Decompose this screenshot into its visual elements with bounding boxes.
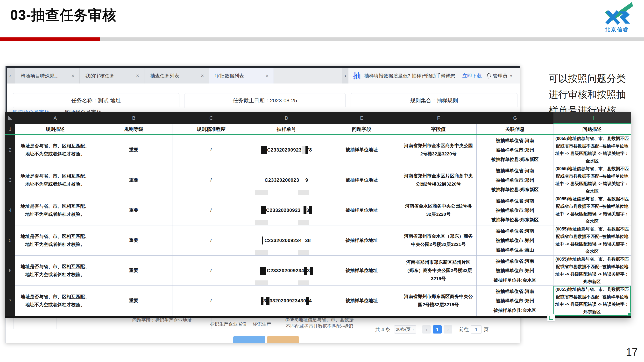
- column-letter-g[interactable]: G: [477, 112, 554, 124]
- cell-field-value[interactable]: 河南省郑州市郑东新区商务中央公园2号楼32层3215号: [400, 286, 477, 316]
- reject-button-partial[interactable]: [267, 336, 299, 343]
- cell-rule-precision[interactable]: /: [172, 225, 250, 256]
- cell-rule-precision[interactable]: /: [172, 286, 250, 316]
- header-cell[interactable]: 规则等级: [95, 124, 172, 134]
- cell-rule-desc[interactable]: 地址是否与省、市、区相互匹配、地址不为空或者斜杠才校验。: [15, 286, 95, 316]
- cell-sample-no[interactable]: C23320200923'8: [250, 135, 323, 165]
- cell-rule-desc[interactable]: 地址是否与省、市、区相互匹配、地址不为空或者斜杠才校验。: [15, 195, 95, 225]
- field-value-text: 河南省郑州市金水区片区商务中央公园2号楼32层3220号: [403, 172, 474, 188]
- close-icon[interactable]: ✕: [71, 73, 74, 78]
- cell-sample-no[interactable]: C2332020092343: [250, 256, 323, 286]
- cell-field-value[interactable]: 河南省金水区商务中央公园2号楼32层3220号: [400, 195, 477, 225]
- row-number[interactable]: 4: [5, 195, 15, 225]
- cell-related-info[interactable]: 被抽样单位省:河南被抽样单位市:郑州被抽样单位县:惠山: [477, 225, 554, 256]
- user-menu[interactable]: 管理员 ∨: [493, 73, 512, 79]
- cell-rule-precision[interactable]: /: [172, 195, 250, 225]
- table-border: [29, 318, 29, 329]
- selection-fill-handle[interactable]: [628, 313, 631, 316]
- tab-inspection-items[interactable]: 检验项目特殊规... ✕: [15, 68, 80, 83]
- cell-problem-desc[interactable]: (0055)地址信息与省、市、县数据不匹配或省市县数据不匹配--被抽样单位地址中…: [554, 256, 631, 286]
- tab-approval-data-list[interactable]: 审批数据列表 ✕: [209, 68, 274, 83]
- cell-problem-field[interactable]: 被抽样单位地址: [323, 286, 400, 316]
- cell-rule-level[interactable]: 重要: [95, 225, 172, 256]
- cell-rule-level[interactable]: 重要: [95, 256, 172, 286]
- header-cell[interactable]: 规则精准程度: [172, 124, 250, 134]
- tab-my-review-tasks[interactable]: 我的审核任务 ✕: [80, 68, 144, 83]
- header-cell[interactable]: 问题字段: [323, 124, 400, 134]
- cell-problem-desc[interactable]: (0055)地址信息与省、市、县数据不匹配或省市县数据不匹配--被抽样单位地址中…: [554, 165, 631, 195]
- related-info-line: 被抽样单位市:郑州: [496, 175, 534, 185]
- cell-sample-no[interactable]: 333202009234304: [250, 286, 323, 316]
- row-number[interactable]: 6: [5, 256, 15, 286]
- cell-related-info[interactable]: 被抽样单位省:河南被抽样单位市:郑州被抽样单位县:郑东新区: [477, 165, 554, 195]
- cell-problem-field[interactable]: 被抽样单位地址: [323, 135, 400, 165]
- cell-problem-field[interactable]: 被抽样单位地址: [323, 165, 400, 195]
- cell-field-value[interactable]: 河南省郑州市郑东新区郑州片区（郑东）商务中央公园2号楼32层3219号: [400, 256, 477, 286]
- prev-page-button[interactable]: ‹: [422, 325, 431, 334]
- current-page-button[interactable]: 1: [433, 325, 442, 334]
- approve-button-partial[interactable]: [233, 336, 265, 343]
- header-cell[interactable]: 抽样单号: [250, 124, 323, 134]
- cell-problem-field[interactable]: 被抽样单位地址: [323, 256, 400, 286]
- sample-no-text: C23320200923: [266, 208, 301, 213]
- cell-field-value[interactable]: 河南省郑州市金水区片区商务中央公园2号楼32层3220号: [400, 165, 477, 195]
- close-icon[interactable]: ✕: [266, 73, 269, 78]
- column-letter-c[interactable]: C: [172, 112, 250, 124]
- cell-rule-desc[interactable]: 地址是否与省、市、区相互匹配、地址不为空或者斜杠才校验。: [15, 225, 95, 256]
- fill-options-icon[interactable]: [547, 314, 555, 322]
- header-cell[interactable]: 字段值: [400, 124, 477, 134]
- cell-problem-desc[interactable]: (0055)地址信息与省、市、县数据不匹配或省市县数据不匹配--被抽样单位地址中…: [554, 286, 631, 316]
- cell-rule-desc[interactable]: 地址是否与省、市、区相互匹配、地址不为空或者斜杠才校验。: [15, 256, 95, 286]
- tab-label: 抽查任务列表: [150, 73, 179, 79]
- cell-problem-desc[interactable]: (0055)地址信息与省、市、县数据不匹配或省市县数据不匹配--被抽样单位地址中…: [554, 135, 631, 165]
- cell-rule-level[interactable]: 重要: [95, 286, 172, 316]
- cell-related-info[interactable]: 被抽样单位省:河南被抽样单位市:郑州被抽样单位县:金水区: [477, 286, 554, 316]
- row-number[interactable]: 3: [5, 165, 15, 195]
- page-size-select[interactable]: 20条/页 ∨: [394, 325, 416, 334]
- goto-page-input[interactable]: 1: [470, 325, 482, 334]
- notification-bell-icon[interactable]: [486, 72, 492, 79]
- row-number[interactable]: 1: [5, 124, 15, 134]
- cell-rule-precision[interactable]: /: [172, 135, 250, 165]
- cell-problem-desc[interactable]: (0055)地址信息与省、市、县数据不匹配或省市县数据不匹配--被抽样单位地址中…: [554, 225, 631, 256]
- cell-field-value[interactable]: 河南省郑州市金水区（郑东）商务中央公园2号楼32层3221号: [400, 225, 477, 256]
- cell-rule-precision[interactable]: /: [172, 256, 250, 286]
- row-number[interactable]: 5: [5, 225, 15, 256]
- cell-field-value[interactable]: 河南省郑州市金水区商务中央公园2号楼32层3220号: [400, 135, 477, 165]
- cell-related-info[interactable]: 被抽样单位省:河南被抽样单位市:郑州被抽样单位县:金水区: [477, 256, 554, 286]
- close-icon[interactable]: ✕: [136, 73, 139, 78]
- column-letter-f[interactable]: F: [400, 112, 477, 124]
- column-letter-e[interactable]: E: [323, 112, 400, 124]
- column-letter-h[interactable]: H: [554, 112, 631, 124]
- column-letter-b[interactable]: B: [95, 112, 172, 124]
- cell-related-info[interactable]: 被抽样单位省:河南被抽样单位市:郑州被抽样单位县:郑东新区: [477, 135, 554, 165]
- row-number[interactable]: 2: [5, 135, 15, 165]
- cell-problem-field[interactable]: 被抽样单位地址: [323, 195, 400, 225]
- column-letter-a[interactable]: A: [15, 112, 95, 124]
- close-icon[interactable]: ✕: [201, 73, 204, 78]
- row-number[interactable]: 7: [5, 286, 15, 316]
- cell-rule-precision[interactable]: /: [172, 165, 250, 195]
- download-now-link[interactable]: 立即下载: [462, 73, 482, 79]
- sample-no-text: 9: [306, 177, 308, 183]
- cell-rule-level[interactable]: 重要: [95, 165, 172, 195]
- cell-sample-no[interactable]: C233202009239: [250, 165, 323, 195]
- cell-sample-no[interactable]: C23320200923438: [250, 225, 323, 256]
- select-all-corner-icon[interactable]: [5, 112, 15, 124]
- header-cell[interactable]: 关联信息: [477, 124, 554, 134]
- redaction-mark: [261, 146, 267, 154]
- tabs-scroll-right-icon[interactable]: ›: [342, 68, 348, 83]
- cell-rule-level[interactable]: 重要: [95, 195, 172, 225]
- cell-problem-desc[interactable]: (0055)地址信息与省、市、县数据不匹配或省市县数据不匹配--被抽样单位地址中…: [554, 195, 631, 225]
- tab-spot-check-task-list[interactable]: 抽查任务列表 ✕: [144, 68, 209, 83]
- cell-related-info[interactable]: 被抽样单位省:河南被抽样单位市:郑州被抽样单位县:郑东新区: [477, 195, 554, 225]
- header-cell[interactable]: 问题描述: [554, 124, 631, 134]
- cell-rule-desc[interactable]: 地址是否与省、市、区相互匹配、地址不为空或者斜杠才校验。: [15, 165, 95, 195]
- cell-rule-desc[interactable]: 地址是否与省、市、区相互匹配、地址不为空或者斜杠才校验。: [15, 135, 95, 165]
- cell-sample-no[interactable]: C233202009233: [250, 195, 323, 225]
- cell-problem-field[interactable]: 被抽样单位地址: [323, 225, 400, 256]
- header-cell[interactable]: 规则描述: [15, 124, 95, 134]
- next-page-button[interactable]: ›: [444, 325, 452, 334]
- cell-rule-level[interactable]: 重要: [95, 135, 172, 165]
- column-letter-d[interactable]: D: [250, 112, 323, 124]
